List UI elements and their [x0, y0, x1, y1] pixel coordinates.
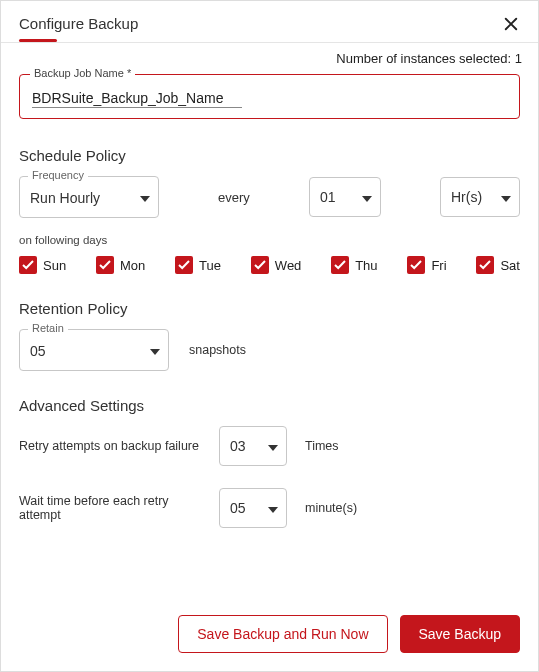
day-label: Thu	[355, 258, 377, 273]
on-following-days-label: on following days	[19, 234, 520, 246]
every-value: 01	[320, 189, 336, 205]
checkbox-checked-icon	[96, 256, 114, 274]
dialog-body: Backup Job Name * Schedule Policy Freque…	[1, 74, 538, 542]
days-row: Sun Mon Tue Wed Thu Fri	[19, 256, 520, 274]
checkbox-checked-icon	[476, 256, 494, 274]
checkbox-checked-icon	[19, 256, 37, 274]
day-wed[interactable]: Wed	[251, 256, 302, 274]
retry-attempts-label: Retry attempts on backup failure	[19, 439, 201, 453]
day-label: Tue	[199, 258, 221, 273]
save-backup-button[interactable]: Save Backup	[400, 615, 521, 653]
retention-policy-heading: Retention Policy	[19, 300, 520, 317]
day-label: Sat	[500, 258, 520, 273]
day-tue[interactable]: Tue	[175, 256, 221, 274]
day-label: Mon	[120, 258, 145, 273]
checkbox-checked-icon	[407, 256, 425, 274]
chevron-down-icon	[501, 188, 511, 206]
retry-attempts-select[interactable]: 03	[219, 426, 287, 466]
advanced-settings-heading: Advanced Settings	[19, 397, 520, 414]
checkbox-checked-icon	[331, 256, 349, 274]
title-underline	[19, 39, 57, 42]
retain-value: 05	[30, 343, 46, 359]
backup-job-name-field[interactable]: Backup Job Name *	[19, 74, 520, 119]
day-thu[interactable]: Thu	[331, 256, 377, 274]
day-mon[interactable]: Mon	[96, 256, 145, 274]
day-fri[interactable]: Fri	[407, 256, 446, 274]
close-button[interactable]	[498, 11, 524, 41]
retain-label: Retain	[28, 322, 68, 334]
schedule-policy-heading: Schedule Policy	[19, 147, 520, 164]
frequency-value: Run Hourly	[30, 190, 100, 206]
chevron-down-icon	[268, 499, 278, 517]
times-label: Times	[305, 439, 339, 453]
day-sat[interactable]: Sat	[476, 256, 520, 274]
every-value-select[interactable]: 01	[309, 177, 381, 217]
checkbox-checked-icon	[175, 256, 193, 274]
snapshots-label: snapshots	[189, 343, 246, 357]
unit-value: Hr(s)	[451, 189, 482, 205]
frequency-label: Frequency	[28, 169, 88, 181]
save-and-run-button[interactable]: Save Backup and Run Now	[178, 615, 387, 653]
dialog-footer: Save Backup and Run Now Save Backup	[178, 615, 520, 653]
backup-job-name-label: Backup Job Name *	[30, 67, 135, 79]
dialog-title: Configure Backup	[19, 15, 138, 42]
wait-time-label: Wait time before each retry attempt	[19, 494, 201, 522]
day-label: Wed	[275, 258, 302, 273]
day-label: Fri	[431, 258, 446, 273]
day-label: Sun	[43, 258, 66, 273]
day-sun[interactable]: Sun	[19, 256, 66, 274]
configure-backup-dialog: Configure Backup Number of instances sel…	[0, 0, 539, 672]
chevron-down-icon	[140, 188, 150, 206]
minutes-label: minute(s)	[305, 501, 357, 515]
frequency-select[interactable]: Frequency Run Hourly	[19, 176, 159, 218]
dialog-header: Configure Backup	[1, 1, 538, 42]
backup-job-name-input[interactable]	[32, 90, 242, 106]
chevron-down-icon	[150, 341, 160, 359]
wait-time-value: 05	[230, 500, 246, 516]
wait-time-select[interactable]: 05	[219, 488, 287, 528]
retain-select[interactable]: Retain 05	[19, 329, 169, 371]
chevron-down-icon	[362, 188, 372, 206]
close-icon	[502, 15, 520, 33]
every-label: every	[218, 190, 250, 205]
checkbox-checked-icon	[251, 256, 269, 274]
retry-attempts-value: 03	[230, 438, 246, 454]
chevron-down-icon	[268, 437, 278, 455]
unit-select[interactable]: Hr(s)	[440, 177, 520, 217]
